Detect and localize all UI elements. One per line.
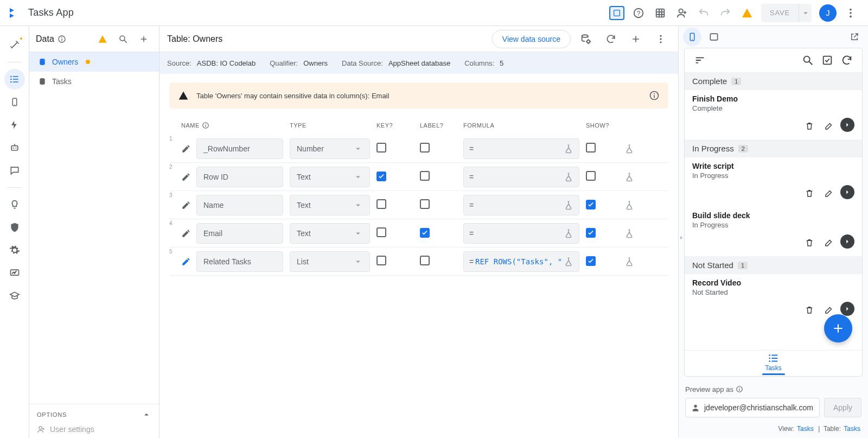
beaker-icon[interactable]: [618, 257, 640, 266]
name-cell[interactable]: Email: [196, 223, 283, 244]
checkbox[interactable]: [586, 228, 596, 238]
formula-cell[interactable]: =: [463, 223, 579, 244]
formula-cell[interactable]: =: [463, 167, 579, 187]
bottom-nav[interactable]: Tasks: [685, 350, 862, 376]
preview-info-icon[interactable]: [736, 385, 743, 393]
rail-device[interactable]: [4, 92, 25, 112]
sort-icon[interactable]: [690, 50, 710, 70]
checkbox[interactable]: [586, 256, 596, 266]
type-cell[interactable]: Text: [290, 195, 370, 215]
redo-icon[interactable]: [714, 2, 736, 24]
checkbox[interactable]: [376, 172, 386, 181]
name-cell[interactable]: _RowNumber: [196, 138, 283, 159]
datasource-item[interactable]: Owners: [29, 52, 159, 72]
edit-icon[interactable]: [181, 228, 191, 238]
checkbox[interactable]: [586, 200, 596, 210]
type-cell[interactable]: Text: [290, 167, 370, 187]
name-cell[interactable]: Related Tasks: [196, 251, 283, 272]
edit-icon[interactable]: [181, 172, 191, 182]
card-edit[interactable]: [821, 118, 837, 134]
grid-icon[interactable]: [649, 2, 671, 24]
card-delete[interactable]: [801, 234, 818, 251]
rail-shield[interactable]: [4, 217, 25, 238]
data-add-icon[interactable]: [135, 30, 152, 48]
refresh-icon[interactable]: [601, 29, 621, 49]
checkbox[interactable]: [420, 143, 430, 153]
type-cell[interactable]: Number: [290, 138, 370, 159]
datasource-item[interactable]: Tasks: [29, 72, 159, 91]
checkbox[interactable]: [376, 199, 386, 209]
group-header[interactable]: Not Started1: [685, 256, 862, 274]
preview-toggle[interactable]: [609, 6, 624, 20]
help-icon[interactable]: [628, 2, 649, 24]
beaker-icon[interactable]: [618, 144, 640, 154]
checkbox[interactable]: [376, 227, 386, 237]
avatar[interactable]: J: [819, 4, 837, 22]
save-button[interactable]: SAVE: [761, 4, 799, 22]
formula-cell[interactable]: =: [463, 195, 579, 215]
checkbox[interactable]: [376, 143, 386, 153]
undo-icon[interactable]: [693, 2, 714, 24]
task-card[interactable]: Write scriptIn Progress: [685, 157, 862, 207]
beaker-icon[interactable]: [618, 172, 640, 182]
rail-grad[interactable]: [4, 285, 25, 306]
preview-phone[interactable]: [683, 28, 701, 46]
more-icon[interactable]: [840, 2, 861, 24]
rail-gear[interactable]: [4, 240, 25, 261]
preview-search-icon[interactable]: [798, 50, 818, 70]
rail-bolt[interactable]: [4, 115, 25, 135]
data-warn-icon[interactable]: [94, 30, 111, 48]
warning-icon[interactable]: [736, 2, 758, 24]
preview-refresh-icon[interactable]: [837, 50, 857, 70]
task-card[interactable]: Build slide deckIn Progress: [685, 207, 862, 256]
fab-add[interactable]: [824, 314, 852, 342]
rail-data[interactable]: [4, 69, 25, 90]
card-delete[interactable]: [801, 302, 818, 318]
rail-robot[interactable]: [4, 137, 25, 158]
data-search-icon[interactable]: [114, 30, 132, 48]
card-open[interactable]: [840, 234, 854, 249]
card-open[interactable]: [840, 118, 854, 132]
rail-monitor[interactable]: [4, 263, 25, 283]
user-settings[interactable]: User settings: [29, 423, 159, 438]
regenerate-icon[interactable]: [576, 29, 596, 49]
rail-wand[interactable]: [4, 35, 25, 55]
checkbox[interactable]: [420, 199, 430, 209]
warning-info-icon[interactable]: [649, 90, 660, 101]
apply-button[interactable]: Apply: [824, 398, 861, 417]
select-icon[interactable]: [818, 50, 837, 70]
preview-email-input[interactable]: jdeveloper@christianschalk.com: [685, 398, 820, 417]
card-edit[interactable]: [821, 234, 837, 251]
card-open[interactable]: [840, 185, 854, 199]
view-data-source[interactable]: View data source: [492, 30, 571, 48]
type-cell[interactable]: Text: [290, 223, 370, 244]
beaker-icon[interactable]: [618, 228, 640, 238]
formula-cell[interactable]: = REF_ROWS("Tasks", ": [463, 251, 579, 272]
card-delete[interactable]: [801, 118, 818, 134]
preview-tablet[interactable]: [705, 28, 723, 46]
share-icon[interactable]: [671, 2, 693, 24]
checkbox[interactable]: [376, 256, 386, 265]
checkbox[interactable]: [586, 171, 596, 181]
beaker-icon[interactable]: [618, 200, 640, 210]
rail-chat[interactable]: [4, 160, 25, 181]
add-column-icon[interactable]: [626, 29, 646, 49]
name-cell[interactable]: Row ID: [196, 167, 283, 187]
type-cell[interactable]: List: [290, 251, 370, 272]
options-toggle[interactable]: OPTIONS: [29, 404, 159, 423]
formula-cell[interactable]: =: [463, 138, 579, 159]
preview-open[interactable]: [845, 28, 864, 46]
checkbox[interactable]: [420, 256, 430, 265]
edit-icon[interactable]: [181, 144, 191, 154]
save-dropdown[interactable]: [799, 4, 812, 22]
table-more-icon[interactable]: [651, 29, 671, 49]
edit-icon[interactable]: [181, 200, 191, 210]
rail-bulb[interactable]: [4, 194, 25, 215]
checkbox[interactable]: [586, 143, 596, 153]
group-header[interactable]: Complete1: [685, 72, 862, 90]
checkbox[interactable]: [420, 228, 430, 238]
task-card[interactable]: Finish DemoComplete: [685, 90, 862, 139]
checkbox[interactable]: [420, 171, 430, 181]
card-edit[interactable]: [821, 185, 837, 201]
card-open[interactable]: [840, 302, 854, 316]
